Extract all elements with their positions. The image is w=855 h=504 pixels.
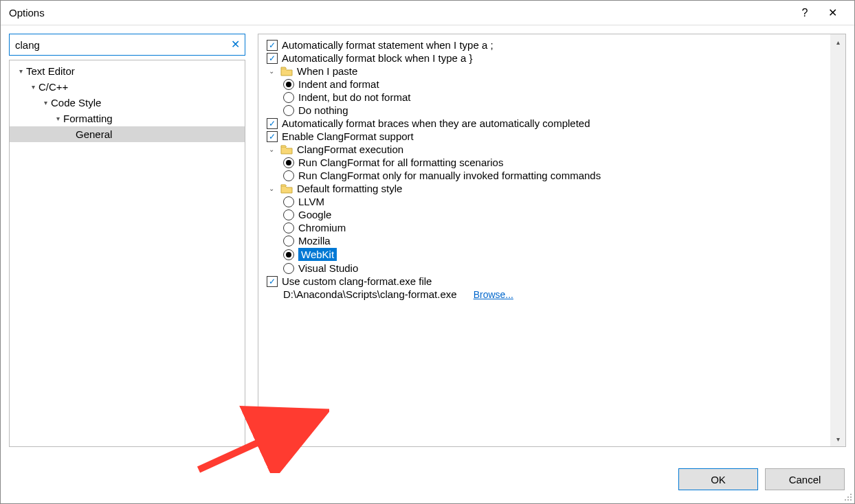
folder-icon <box>280 145 293 154</box>
window-title: Options <box>9 7 791 19</box>
chevron-down-icon[interactable]: ⌄ <box>267 67 276 75</box>
group-clangformat-execution[interactable]: ⌄ ClangFormat execution <box>263 143 828 156</box>
option-style-chromium[interactable]: Chromium <box>263 221 828 234</box>
option-clang-exec-manual[interactable]: Run ClangFormat only for manually invoke… <box>263 169 828 182</box>
browse-link[interactable]: Browse... <box>474 289 513 300</box>
chevron-down-icon: ▾ <box>29 83 37 91</box>
svg-point-4 <box>845 499 846 501</box>
radio-icon[interactable] <box>283 236 294 247</box>
option-style-google[interactable]: Google <box>263 208 828 221</box>
option-auto-format-braces[interactable]: Automatically format braces when they ar… <box>263 117 828 130</box>
tree-item-c-cpp[interactable]: ▾C/C++ <box>10 79 245 95</box>
svg-point-3 <box>850 496 852 498</box>
options-panel: Automatically format statement when I ty… <box>258 34 846 447</box>
svg-point-5 <box>847 499 849 501</box>
checkbox-icon[interactable] <box>267 118 278 129</box>
folder-icon <box>280 67 293 76</box>
option-paste-indent-only[interactable]: Indent, but do not format <box>263 91 828 104</box>
chevron-down-icon: ▾ <box>16 67 25 75</box>
vertical-scrollbar[interactable]: ▴ ▾ <box>830 34 845 446</box>
close-button[interactable]: ✕ <box>819 6 846 19</box>
radio-icon[interactable] <box>283 92 294 103</box>
svg-point-1 <box>850 494 852 495</box>
option-use-custom-clang[interactable]: Use custom clang-format.exe file <box>263 275 828 288</box>
titlebar: Options ? ✕ <box>1 1 854 25</box>
chevron-down-icon[interactable]: ⌄ <box>267 146 276 153</box>
tree-item-text-editor[interactable]: ▾Text Editor <box>10 63 245 79</box>
help-button[interactable]: ? <box>791 7 819 19</box>
folder-icon <box>280 184 293 194</box>
option-paste-nothing[interactable]: Do nothing <box>263 104 828 117</box>
scroll-down-icon[interactable]: ▾ <box>830 431 845 446</box>
dialog-footer: OK Cancel <box>1 455 854 503</box>
scroll-up-icon[interactable]: ▴ <box>830 34 845 49</box>
radio-icon[interactable] <box>283 79 294 90</box>
content-area: ✕ ▾Text Editor ▾C/C++ ▾Code Style ▾Forma… <box>1 25 854 455</box>
option-paste-indent-format[interactable]: Indent and format <box>263 78 828 91</box>
checkbox-icon[interactable] <box>267 40 278 51</box>
option-style-vs[interactable]: Visual Studio <box>263 262 828 275</box>
chevron-down-icon[interactable]: ⌄ <box>267 185 276 192</box>
radio-icon[interactable] <box>283 157 294 168</box>
radio-icon[interactable] <box>283 170 294 181</box>
tree-item-code-style[interactable]: ▾Code Style <box>10 95 245 111</box>
group-when-paste[interactable]: ⌄ When I paste <box>263 65 828 78</box>
checkbox-icon[interactable] <box>267 276 278 287</box>
cancel-button[interactable]: Cancel <box>765 468 845 490</box>
resize-grip-icon[interactable] <box>843 492 853 502</box>
option-auto-format-block[interactable]: Automatically format block when I type a… <box>263 51 828 65</box>
custom-path-value: D:\Anaconda\Scripts\clang-format.exe <box>283 288 457 300</box>
left-panel: ✕ ▾Text Editor ▾C/C++ ▾Code Style ▾Forma… <box>9 34 245 447</box>
radio-icon[interactable] <box>283 209 294 220</box>
search-wrap: ✕ <box>9 34 245 56</box>
radio-icon[interactable] <box>283 222 294 233</box>
custom-path-row: D:\Anaconda\Scripts\clang-format.exe Bro… <box>263 288 828 301</box>
clear-search-icon[interactable]: ✕ <box>231 38 240 51</box>
radio-icon[interactable] <box>283 196 294 207</box>
tree-item-general[interactable]: General <box>10 126 245 142</box>
search-input[interactable] <box>9 34 245 56</box>
option-clang-exec-all[interactable]: Run ClangFormat for all formatting scena… <box>263 156 828 169</box>
option-style-mozilla[interactable]: Mozilla <box>263 234 828 247</box>
radio-icon[interactable] <box>283 105 294 116</box>
chevron-down-icon: ▾ <box>41 99 49 106</box>
option-enable-clangformat[interactable]: Enable ClangFormat support <box>263 130 828 143</box>
group-default-style[interactable]: ⌄ Default formatting style <box>263 182 828 195</box>
option-style-webkit[interactable]: WebKit <box>263 247 828 262</box>
chevron-down-icon: ▾ <box>54 115 62 122</box>
svg-point-6 <box>850 499 852 501</box>
option-style-llvm[interactable]: LLVM <box>263 195 828 208</box>
radio-icon[interactable] <box>283 263 294 274</box>
checkbox-icon[interactable] <box>267 131 278 142</box>
option-auto-format-statement[interactable]: Automatically format statement when I ty… <box>263 38 828 51</box>
options-list: Automatically format statement when I ty… <box>258 34 830 446</box>
svg-point-2 <box>847 496 849 498</box>
checkbox-icon[interactable] <box>267 53 278 64</box>
radio-icon[interactable] <box>283 249 294 260</box>
tree-item-formatting[interactable]: ▾Formatting <box>10 111 245 126</box>
ok-button[interactable]: OK <box>678 468 758 490</box>
nav-tree[interactable]: ▾Text Editor ▾C/C++ ▾Code Style ▾Formatt… <box>9 60 245 447</box>
